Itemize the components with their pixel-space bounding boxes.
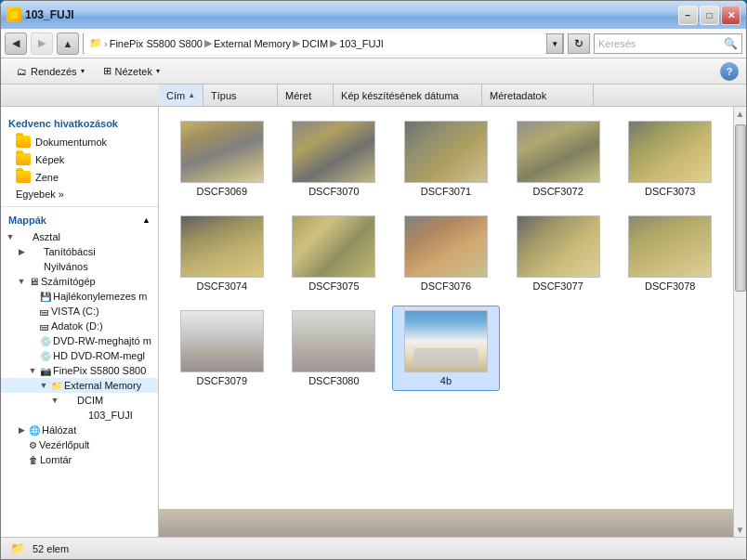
photo-item-dscf3078[interactable]: DSCF3078 [616, 211, 724, 296]
computer-icon: 🖥 [29, 276, 39, 287]
maximize-button[interactable]: □ [700, 6, 719, 25]
drive-icon: 💾 [40, 292, 51, 302]
organize-dropdown-icon: ▾ [81, 67, 85, 75]
sidebar-item-documents[interactable]: Dokumentumok [1, 133, 158, 150]
favorites-title[interactable]: Kedvenc hivatkozások [1, 114, 158, 133]
tree-item-floppy[interactable]: 💾 Hajlékonylemezes m [1, 289, 158, 304]
thumbnails-grid: DSCF3069 DSCF3070 DSCF3071 DSCF3072 DSCF… [168, 116, 724, 391]
scrollbar-vertical[interactable]: ▲ ▼ [733, 107, 746, 537]
photo-thumb-dscf3072 [517, 121, 600, 183]
tree-item-dvdrw[interactable]: 💿 DVD-RW-meghajtó m [1, 333, 158, 348]
dvd-icon: 💿 [40, 336, 51, 346]
expand-icon: ▼ [38, 380, 49, 391]
scroll-thumb[interactable] [735, 124, 746, 292]
photo-item-dscf3080[interactable]: DSCF3080 [281, 306, 388, 391]
tree-item-halozat[interactable]: ▶ 🌐 Hálózat [1, 423, 158, 437]
folders-section[interactable]: Mappák ▲ [1, 211, 158, 229]
sidebar-item-others[interactable]: Egyebek » [1, 186, 158, 202]
expand-icon [27, 291, 38, 302]
tree-item-adatok[interactable]: 🖴 Adatok (D:) [1, 319, 158, 333]
photo-item-dscf3069[interactable]: DSCF3069 [168, 116, 276, 202]
forward-button[interactable]: ▶ [31, 33, 53, 55]
folder-icon [16, 171, 31, 183]
folders-toggle-icon: ▲ [142, 215, 151, 225]
organize-label: Rendezés [31, 66, 77, 77]
photo-item-dscf3076[interactable]: DSCF3076 [392, 211, 500, 296]
tree-item-lomtar[interactable]: 🗑 Lomtár [1, 452, 158, 467]
photo-label: DSCF3078 [645, 280, 695, 292]
trash-icon: 🗑 [29, 455, 38, 465]
window: 103_FUJI − □ ✕ ◀ ▶ ▲ 📁 › FinePix S5800 S… [0, 0, 747, 560]
search-icon[interactable]: 🔍 [724, 37, 738, 50]
scroll-up-button[interactable]: ▲ [734, 107, 746, 121]
photo-item-dscf3070[interactable]: DSCF3070 [281, 116, 388, 202]
path-part-finepin: FinePix S5800 S800 [110, 38, 203, 49]
photo-item-dscf3074[interactable]: DSCF3074 [168, 211, 276, 296]
photo-thumb-4b [404, 310, 488, 372]
help-button[interactable]: ? [720, 62, 739, 81]
views-button[interactable]: ⊞ Nézetek ▾ [95, 61, 168, 82]
expand-icon: ▼ [27, 365, 38, 376]
path-sep-2: ▶ [204, 37, 212, 49]
photo-thumb-dscf3076 [404, 215, 488, 278]
photo-thumb-dscf3077 [517, 215, 600, 278]
tree-item-vezerlok[interactable]: ⚙ Vezérlőpult [1, 437, 158, 452]
status-folder-icon: 📁 [10, 541, 25, 555]
back-button[interactable]: ◀ [5, 33, 27, 55]
photo-item-dscf3077[interactable]: DSCF3077 [505, 211, 612, 296]
tree-item-vista[interactable]: 🖴 VISTA (C:) [1, 304, 158, 319]
tree-item-tanitobacsi[interactable]: ▶ Tanítóbácsi [1, 244, 158, 259]
main-area: Kedvenc hivatkozások Dokumentumok Képek … [1, 107, 746, 537]
status-bar: 📁 52 elem [1, 537, 746, 559]
photo-item-dscf3075[interactable]: DSCF3075 [281, 211, 388, 296]
tree-item-103fuji[interactable]: 103_FUJI [1, 408, 158, 423]
address-path-container[interactable]: 📁 › FinePix S5800 S800 ▶ External Memory… [83, 33, 564, 54]
col-type[interactable]: Típus [203, 85, 278, 106]
photo-item-dscf3073[interactable]: DSCF3073 [616, 116, 724, 202]
folder-icon [16, 136, 31, 148]
address-path: 📁 › FinePix S5800 S800 ▶ External Memory… [84, 33, 546, 54]
tree-item-hddvd[interactable]: 💿 HD DVD-ROM-megl [1, 348, 158, 363]
search-container: Keresés 🔍 [594, 33, 742, 54]
expand-icon: ▶ [16, 424, 27, 436]
photo-thumb-dscf3078 [628, 215, 712, 278]
path-sep-4: ▶ [330, 37, 337, 49]
col-size[interactable]: Méret [278, 85, 334, 106]
title-bar: 103_FUJI − □ ✕ [1, 1, 746, 29]
path-part-103fuji: 103_FUJI [339, 38, 384, 49]
expand-icon: ▼ [5, 231, 16, 242]
photo-label: DSCF3080 [308, 375, 359, 386]
photo-item-dscf3071[interactable]: DSCF3071 [392, 116, 500, 202]
col-title[interactable]: Cím ▲ [159, 85, 203, 106]
folder-icon [29, 262, 42, 272]
photo-thumb-dscf3069 [180, 121, 264, 183]
tree-item-finepix[interactable]: ▼ 📷 FinePix S5800 S800 [1, 363, 158, 378]
col-date[interactable]: Kép készítésének dátuma [334, 85, 482, 106]
scroll-down-button[interactable]: ▼ [734, 523, 746, 537]
organize-button[interactable]: 🗂 Rendezés ▾ [8, 61, 93, 82]
sidebar-item-music[interactable]: Zene [1, 168, 158, 186]
photo-thumb-dscf3080 [292, 310, 375, 372]
expand-icon [60, 410, 72, 421]
tree-item-nyilvanos[interactable]: Nyilvános [1, 259, 158, 274]
close-button[interactable]: ✕ [721, 6, 740, 25]
sort-arrow-icon: ▲ [188, 91, 195, 99]
up-button[interactable]: ▲ [57, 33, 79, 55]
photo-item-dscf3079[interactable]: DSCF3079 [168, 306, 276, 391]
sidebar-item-images[interactable]: Képek [1, 150, 158, 168]
photo-item-4b[interactable]: 4b [392, 306, 500, 391]
folder-icon-dcim [62, 396, 75, 406]
minimize-button[interactable]: − [678, 6, 698, 25]
col-metadata[interactable]: Méretadatok [482, 85, 594, 106]
tree-item-dcim[interactable]: ▼ DCIM [1, 393, 158, 408]
photo-label: DSCF3069 [197, 186, 247, 197]
photo-label: DSCF3070 [308, 186, 359, 197]
tree-item-extmem[interactable]: ▼ 📁 External Memory [1, 378, 158, 393]
sidebar-divider-1 [1, 206, 158, 207]
tree-item-szamitogep[interactable]: ▼ 🖥 Számítógép [1, 274, 158, 289]
path-dropdown-button[interactable]: ▾ [546, 33, 563, 54]
organize-icon: 🗂 [17, 66, 27, 77]
tree-item-asztal[interactable]: ▼ Asztal [1, 229, 158, 244]
photo-item-dscf3072[interactable]: DSCF3072 [505, 116, 612, 202]
refresh-button[interactable]: ↻ [568, 33, 590, 54]
